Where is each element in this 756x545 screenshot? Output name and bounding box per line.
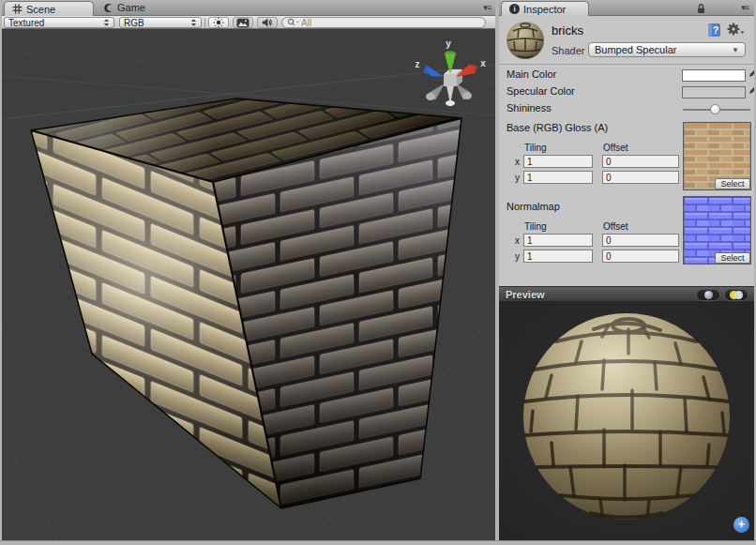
skybox-toggle-button[interactable] bbox=[233, 17, 253, 28]
main-color-swatch[interactable] bbox=[682, 69, 746, 82]
color-mode-value: RGB bbox=[124, 18, 144, 28]
grid-icon bbox=[12, 4, 23, 14]
gizmo-z-label: z bbox=[416, 59, 420, 69]
header-divider bbox=[499, 64, 754, 65]
tab-inspector[interactable]: i Inspector bbox=[501, 1, 589, 16]
svg-text:?: ? bbox=[713, 25, 718, 36]
base-texture-thumb[interactable]: Select bbox=[683, 122, 751, 190]
light-circles-icon bbox=[730, 291, 743, 299]
window-bottom-edge bbox=[0, 540, 756, 545]
sun-icon bbox=[213, 17, 224, 28]
tab-inspector-label: Inspector bbox=[523, 4, 566, 15]
base-texture-select-button[interactable]: Select bbox=[715, 178, 750, 189]
base-map-label: Base (RGB) Gloss (A) bbox=[507, 122, 608, 133]
base-offset-header: Offset bbox=[603, 143, 628, 153]
inspector-body: bricks Shader Bumped Specular ▼ ? bbox=[499, 16, 754, 540]
normal-tiling-header: Tiling bbox=[524, 221, 547, 232]
image-icon bbox=[236, 18, 249, 28]
updown-arrows-icon bbox=[103, 18, 110, 27]
tab-game[interactable]: Game bbox=[103, 0, 145, 15]
shader-label: Shader bbox=[552, 45, 584, 56]
scene-viewport[interactable]: y x z bbox=[2, 29, 495, 540]
normal-x-label: x bbox=[515, 235, 520, 246]
preview-sphere-render bbox=[499, 302, 754, 540]
scene-panel: Scene Game ▾≡ Textured RGB bbox=[2, 0, 495, 540]
speaker-icon bbox=[262, 18, 273, 27]
scene-tabbar: Scene Game ▾≡ bbox=[2, 0, 495, 16]
color-mode-dropdown[interactable]: RGB bbox=[119, 17, 202, 28]
scene-search-box[interactable] bbox=[281, 17, 486, 28]
base-tiling-header: Tiling bbox=[524, 143, 547, 153]
gizmo-x-label: x bbox=[480, 58, 486, 68]
specular-color-swatch[interactable] bbox=[682, 86, 746, 98]
base-tiling-x-input[interactable] bbox=[523, 155, 593, 168]
normal-y-label: y bbox=[515, 251, 520, 262]
base-x-label: x bbox=[515, 157, 520, 167]
lighting-toggle-button[interactable] bbox=[208, 17, 229, 28]
sphere-icon bbox=[704, 291, 713, 299]
base-y-label: y bbox=[515, 173, 520, 183]
inspector-panel: i Inspector ▾≡ bbox=[499, 0, 754, 540]
audio-toggle-button[interactable] bbox=[257, 17, 278, 28]
preview-viewport[interactable]: + bbox=[499, 302, 754, 540]
game-icon bbox=[103, 3, 113, 13]
inspector-menu-icon[interactable]: ▾≡ bbox=[741, 3, 748, 12]
dropdown-caret-icon: ▼ bbox=[732, 46, 739, 54]
preview-expand-button[interactable]: + bbox=[733, 517, 749, 533]
gizmo-x-axis: x bbox=[456, 58, 486, 77]
preview-shape-button[interactable] bbox=[696, 289, 720, 301]
preview-title: Preview bbox=[506, 289, 545, 300]
base-tiling-y-input[interactable] bbox=[523, 171, 593, 184]
draw-mode-value: Textured bbox=[8, 18, 44, 28]
scene-toolbar: Textured RGB bbox=[2, 16, 495, 29]
material-name: bricks bbox=[552, 23, 583, 38]
toolbar-divider bbox=[204, 18, 205, 27]
gear-menu-icon[interactable] bbox=[727, 23, 745, 37]
specular-color-label: Specular Color bbox=[507, 85, 575, 97]
search-input[interactable] bbox=[301, 18, 461, 28]
brick-cube[interactable] bbox=[31, 98, 461, 508]
tab-scene[interactable]: Scene bbox=[4, 1, 94, 16]
normal-tiling-x-input[interactable] bbox=[523, 234, 593, 247]
normal-texture-select-button[interactable]: Select bbox=[715, 252, 750, 264]
main-color-label: Main Color bbox=[507, 68, 556, 80]
shininess-slider-thumb[interactable] bbox=[710, 104, 720, 114]
gizmo-y-label: y bbox=[446, 38, 451, 49]
normal-offset-x-input[interactable] bbox=[602, 234, 679, 247]
scene-orientation-gizmo[interactable]: y x z bbox=[416, 38, 487, 106]
updown-arrows-icon bbox=[190, 18, 197, 27]
base-offset-y-input[interactable] bbox=[602, 171, 679, 184]
normal-texture-thumb[interactable]: Select bbox=[683, 196, 751, 265]
shader-dropdown[interactable]: Bumped Specular ▼ bbox=[588, 42, 746, 57]
lock-icon[interactable] bbox=[696, 3, 706, 14]
gizmo-z-axis: z bbox=[416, 59, 446, 77]
preview-header[interactable]: Preview bbox=[499, 286, 754, 302]
draw-mode-dropdown[interactable]: Textured bbox=[4, 17, 114, 28]
base-offset-x-input[interactable] bbox=[602, 155, 679, 168]
unity-editor-window: Scene Game ▾≡ Textured RGB bbox=[0, 0, 756, 545]
search-icon bbox=[287, 18, 299, 27]
scene-menu-icon[interactable]: ▾≡ bbox=[483, 3, 491, 12]
normal-offset-y-input[interactable] bbox=[602, 250, 679, 263]
info-icon: i bbox=[509, 4, 520, 14]
scene-render: y x z bbox=[2, 29, 495, 540]
shininess-label: Shininess bbox=[507, 102, 552, 114]
help-book-icon[interactable]: ? bbox=[707, 23, 721, 38]
normal-map-label: Normalmap bbox=[507, 201, 560, 212]
normal-offset-header: Offset bbox=[603, 221, 628, 232]
preview-lighting-button[interactable] bbox=[724, 289, 748, 301]
shader-value: Bumped Specular bbox=[595, 44, 676, 55]
tab-game-label: Game bbox=[117, 2, 145, 13]
material-preview-thumb bbox=[505, 20, 546, 61]
inspector-tabbar: i Inspector ▾≡ bbox=[499, 0, 754, 16]
normal-tiling-y-input[interactable] bbox=[523, 250, 593, 263]
gizmo-y-axis: y bbox=[445, 38, 456, 74]
tab-scene-label: Scene bbox=[26, 4, 55, 15]
